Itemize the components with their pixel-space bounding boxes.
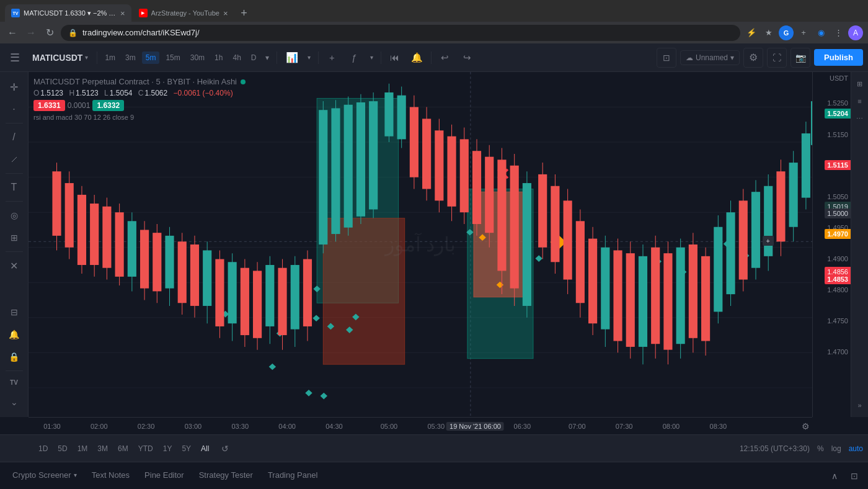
text-tool[interactable]: T <box>4 177 24 197</box>
interval-15m[interactable]: 15m <box>162 52 184 64</box>
crosshair-tool[interactable]: ✛ <box>4 77 24 97</box>
tab-text-notes[interactable]: Text Notes <box>84 467 137 485</box>
period-1d[interactable]: 1D <box>33 442 53 455</box>
x-axis-settings-icon[interactable]: ⚙ <box>802 421 810 431</box>
draw-line-tool[interactable]: / <box>4 127 24 147</box>
extension-icon-1[interactable]: ⚡ <box>744 25 759 40</box>
extension-icon-2[interactable]: ★ <box>761 25 776 40</box>
bottom-collapse-btn[interactable]: ∧ <box>826 467 843 485</box>
chart-type-dropdown[interactable]: ▾ <box>304 48 314 68</box>
draw-channel-tool[interactable]: ⟋ <box>4 150 24 169</box>
period-5d[interactable]: 5D <box>53 442 72 455</box>
extension-icon-5[interactable]: ◉ <box>813 25 828 40</box>
dot-tool[interactable]: · <box>4 99 24 119</box>
new-tab-button[interactable]: + <box>235 4 252 22</box>
extension-icon-4[interactable]: + <box>796 25 811 40</box>
extension-icon-3[interactable]: G <box>779 25 794 40</box>
interval-1h[interactable]: 1h <box>211 52 226 64</box>
template-cloud-icon: ☁ <box>686 53 693 62</box>
tab-favicon-tv: TV <box>11 9 20 17</box>
chart-main[interactable]: بارد آموز MATICUSDT Perpetual Contract ·… <box>29 72 812 417</box>
period-6m[interactable]: 6M <box>113 442 133 455</box>
topbar-separator-4 <box>381 52 381 64</box>
measure-tool[interactable]: ⊞ <box>4 228 24 248</box>
interval-4h[interactable]: 4h <box>229 52 244 64</box>
indicators-button[interactable]: ƒ <box>345 48 365 68</box>
right-tool-2[interactable]: ≡ <box>853 94 867 108</box>
redo-button[interactable]: ↪ <box>458 48 477 68</box>
lock-tool[interactable]: 🔒 <box>4 347 24 367</box>
menu-button[interactable]: ☰ <box>5 48 25 68</box>
interval-1m[interactable]: 1m <box>101 52 119 64</box>
indicators-dropdown[interactable]: ▾ <box>367 48 377 68</box>
delete-tool[interactable]: ✕ <box>4 256 24 276</box>
right-tool-bottom[interactable]: » <box>853 398 867 412</box>
layout-button[interactable]: ⊡ <box>657 48 676 68</box>
chart-dot <box>241 79 246 84</box>
interval-d[interactable]: D <box>247 52 260 64</box>
more-tools[interactable]: ⌄ <box>4 392 24 412</box>
symbol-button[interactable]: MATICUSDT ▾ <box>27 50 93 65</box>
price-badge-1-4853: 1.4853 <box>825 274 851 284</box>
tab-youtube[interactable]: ▶ ArzStrategy - YouTube × <box>133 4 234 22</box>
svg-rect-53 <box>153 233 161 291</box>
tab-close-yt[interactable]: × <box>223 9 228 18</box>
svg-rect-97 <box>435 130 443 200</box>
publish-button[interactable]: Publish <box>814 49 863 66</box>
chart-type-candlestick[interactable]: 📊 <box>282 48 302 68</box>
undo-button[interactable]: ↩ <box>435 48 455 68</box>
bar-replay-button[interactable]: ⏮ <box>385 48 405 68</box>
tab-crypto-screener[interactable]: Crypto Screener ▾ <box>5 467 84 485</box>
interval-5m[interactable]: 5m <box>142 52 160 64</box>
forward-button[interactable]: → <box>24 25 38 40</box>
trading-panel-label: Trading Panel <box>268 470 317 480</box>
extension-icon-6[interactable]: ⋮ <box>831 25 846 40</box>
percent-button[interactable]: % <box>817 444 824 453</box>
alerts-side-tool[interactable]: 🔔 <box>4 325 24 344</box>
snapshot-button[interactable]: 📷 <box>790 48 810 68</box>
refresh-button[interactable]: ↻ <box>42 25 57 40</box>
svg-rect-67 <box>241 268 249 335</box>
period-3m[interactable]: 3M <box>92 442 113 455</box>
svg-rect-28 <box>535 255 542 262</box>
right-tool-1[interactable]: ⊞ <box>853 77 867 91</box>
period-all[interactable]: All <box>196 442 214 455</box>
tab-favicon-yt: ▶ <box>139 9 148 17</box>
log-button[interactable]: log <box>831 444 841 453</box>
y-label-8: 1.4750 <box>827 317 848 325</box>
tab-tradingview[interactable]: TV MATICUSDT 1.6330 ▾ −2% Unna... × <box>5 4 131 22</box>
tab-pine-editor[interactable]: Pine Editor <box>137 467 192 485</box>
unnamed-template[interactable]: ☁ Unnamed ▾ <box>680 50 740 65</box>
bottom-maximize-btn[interactable]: ⊡ <box>846 467 863 485</box>
pattern-tool[interactable]: ◎ <box>4 205 24 225</box>
right-tool-3[interactable]: ⋯ <box>853 112 867 125</box>
svg-rect-103 <box>472 151 481 224</box>
interval-3m[interactable]: 3m <box>122 52 140 64</box>
watchlist-tool[interactable]: ⊟ <box>4 302 24 322</box>
period-ytd[interactable]: YTD <box>133 442 158 455</box>
address-bar[interactable]: 🔒 tradingview.com/chart/iKSEwd7j/ <box>61 25 740 41</box>
replay-icon[interactable]: ↺ <box>216 440 234 457</box>
tab-close-tv[interactable]: × <box>120 9 125 18</box>
alerts-button[interactable]: 🔔 <box>407 48 427 68</box>
indicator-label: rsi and macd 30 70 12 26 close 9 <box>33 114 246 121</box>
topbar: ☰ MATICUSDT ▾ 1m 3m 5m 15m 30m 1h 4h D ▾… <box>0 43 868 72</box>
fullscreen-button[interactable]: ⛶ <box>767 48 787 68</box>
period-1y[interactable]: 1Y <box>158 442 177 455</box>
back-button[interactable]: ← <box>5 25 20 40</box>
settings-button[interactable]: ⚙ <box>743 48 763 68</box>
tab-trading-panel[interactable]: Trading Panel <box>260 467 325 485</box>
svg-rect-125 <box>613 250 622 341</box>
period-1m[interactable]: 1M <box>73 442 93 455</box>
svg-rect-43 <box>90 204 99 265</box>
interval-dropdown[interactable]: ▾ <box>263 52 272 64</box>
profile-avatar[interactable]: A <box>848 25 863 40</box>
svg-rect-121 <box>588 239 597 324</box>
interval-30m[interactable]: 30m <box>187 52 208 64</box>
compare-button[interactable]: + <box>322 48 342 68</box>
period-5y[interactable]: 5Y <box>177 442 196 455</box>
svg-rect-131 <box>651 248 660 344</box>
auto-button[interactable]: auto <box>849 444 863 453</box>
svg-rect-81 <box>331 108 340 234</box>
tab-strategy-tester[interactable]: Strategy Tester <box>192 467 260 485</box>
